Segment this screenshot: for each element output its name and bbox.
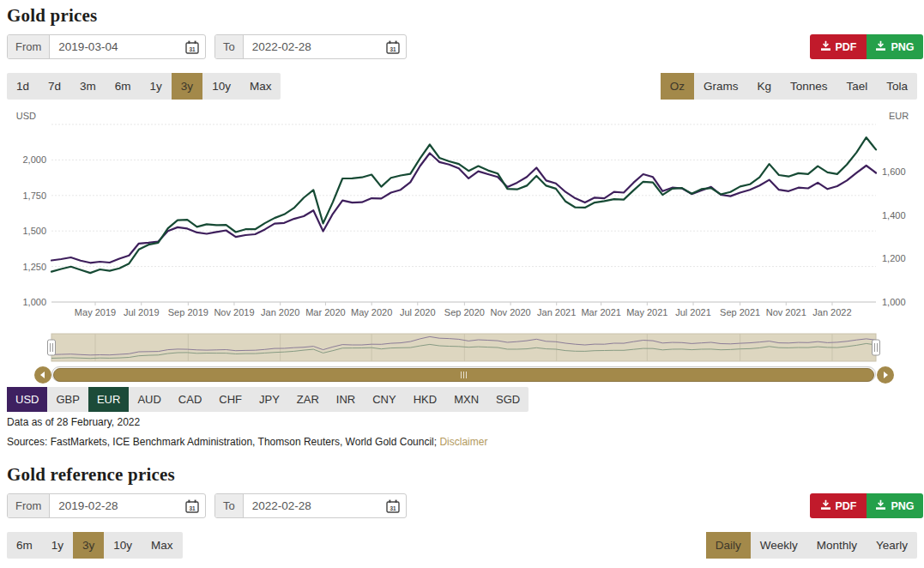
frequency-button-yearly[interactable]: Yearly — [867, 532, 917, 559]
currency-button-gbp[interactable]: GBP — [47, 387, 88, 412]
gold-price-chart: USDEUR2,0001,7501,5001,2501,0001,6001,40… — [0, 107, 924, 323]
frequency-selector: DailyWeeklyMonthlyYearly — [706, 532, 917, 559]
scrollbar-track[interactable] — [51, 366, 876, 382]
frequency-button-weekly[interactable]: Weekly — [751, 532, 807, 559]
from-label: From — [8, 35, 50, 58]
unit-button-grams[interactable]: Grams — [694, 73, 748, 100]
unit-button-oz[interactable]: Oz — [661, 73, 694, 100]
ref-png-download-button[interactable]: PNG — [867, 493, 923, 518]
section-title-gold-prices: Gold prices — [7, 5, 97, 27]
x-tick-label: Jul 2019 — [124, 307, 160, 317]
x-tick-label: May 2019 — [75, 307, 116, 317]
range-button-3y[interactable]: 3y — [172, 73, 202, 100]
calendar-icon[interactable]: 31 — [380, 494, 406, 517]
unit-button-kg[interactable]: Kg — [747, 73, 781, 100]
x-tick-label: Jan 2020 — [261, 307, 299, 317]
x-tick-label: Mar 2020 — [305, 307, 345, 317]
gold-prices-page: Gold prices From 31 To 31 PDF PNG 1d7d3m… — [0, 0, 924, 568]
currency-button-mxn[interactable]: MXN — [445, 387, 487, 412]
from-date-input[interactable] — [50, 35, 179, 58]
ref-from-date-input[interactable] — [50, 494, 179, 517]
ref-range-button-1y[interactable]: 1y — [42, 532, 73, 559]
frequency-button-monthly[interactable]: Monthly — [807, 532, 867, 559]
navigator-background[interactable] — [51, 334, 876, 361]
disclaimer-link[interactable]: Disclaimer — [439, 436, 487, 448]
range-button-1d[interactable]: 1d — [7, 73, 39, 100]
range-button-max[interactable]: Max — [240, 73, 281, 100]
range-button-6m[interactable]: 6m — [106, 73, 141, 100]
svg-text:31: 31 — [390, 505, 396, 511]
unit-button-tael[interactable]: Tael — [836, 73, 877, 100]
currency-button-cad[interactable]: CAD — [170, 387, 210, 412]
x-tick-label: Sep 2021 — [720, 307, 760, 317]
currency-button-hkd[interactable]: HKD — [405, 387, 445, 412]
png-download-button[interactable]: PNG — [867, 34, 923, 59]
to-date-input[interactable] — [244, 35, 380, 58]
x-tick-label: May 2021 — [626, 307, 667, 317]
unit-button-tola[interactable]: Tola — [877, 73, 917, 100]
currency-button-usd[interactable]: USD — [7, 387, 47, 412]
series-line-usd[interactable] — [51, 154, 876, 263]
currency-button-eur[interactable]: EUR — [88, 387, 129, 412]
to-label: To — [215, 494, 244, 517]
frequency-button-daily[interactable]: Daily — [706, 532, 751, 559]
series-line-eur[interactable] — [51, 137, 876, 273]
eur-tick-label: 1,400 — [882, 210, 906, 221]
ref-to-date-input[interactable] — [244, 494, 380, 517]
left-triangle-icon — [40, 372, 45, 378]
to-label: To — [215, 35, 244, 58]
range-button-10y[interactable]: 10y — [202, 73, 240, 100]
ref-range-button-3y[interactable]: 3y — [73, 532, 104, 559]
x-tick-label: Jan 2021 — [537, 307, 576, 317]
currency-button-chf[interactable]: CHF — [210, 387, 251, 412]
from-date-group: From 31 — [7, 34, 206, 59]
currency-button-sgd[interactable]: SGD — [487, 387, 528, 412]
to-date-group: To 31 — [214, 34, 407, 59]
calendar-icon[interactable]: 31 — [380, 35, 406, 58]
eur-tick-label: 1,200 — [882, 253, 906, 263]
section-title-gold-reference-prices: Gold reference prices — [7, 464, 175, 486]
chart-navigator[interactable] — [0, 331, 924, 366]
scrollbar-left-arrow[interactable] — [34, 366, 51, 384]
download-icon — [875, 40, 886, 54]
svg-text:31: 31 — [390, 45, 396, 51]
range-button-7d[interactable]: 7d — [39, 73, 70, 100]
unit-selector: OzGramsKgTonnesTaelTola — [661, 73, 917, 100]
x-tick-label: Nov 2020 — [491, 307, 531, 317]
x-tick-label: Jan 2022 — [812, 307, 851, 317]
ref-pdf-download-button[interactable]: PDF — [810, 493, 867, 518]
currency-selector: USDGBPEURAUDCADCHFJPYZARINRCNYHKDMXNSGD — [7, 387, 528, 412]
scrollbar-right-arrow[interactable] — [877, 366, 894, 384]
usd-tick-label: 1,500 — [22, 226, 46, 236]
x-tick-label: Nov 2021 — [766, 307, 806, 317]
ref-range-button-max[interactable]: Max — [142, 532, 183, 559]
eur-axis-title: EUR — [889, 111, 909, 121]
scrollbar-thumb[interactable] — [53, 368, 874, 382]
pdf-download-button[interactable]: PDF — [810, 34, 867, 59]
navigator-right-handle[interactable] — [873, 340, 880, 355]
unit-button-tonnes[interactable]: Tonnes — [781, 73, 837, 100]
range-button-3m[interactable]: 3m — [70, 73, 106, 100]
calendar-icon[interactable]: 31 — [179, 35, 205, 58]
eur-tick-label: 1,600 — [882, 166, 906, 177]
ref-range-button-6m[interactable]: 6m — [7, 532, 42, 559]
svg-text:31: 31 — [189, 45, 196, 51]
x-tick-label: Jul 2021 — [675, 307, 711, 317]
from-label: From — [8, 494, 50, 517]
navigator-left-handle[interactable] — [48, 340, 56, 355]
currency-button-inr[interactable]: INR — [328, 387, 364, 412]
currency-button-aud[interactable]: AUD — [129, 387, 169, 412]
currency-button-cny[interactable]: CNY — [364, 387, 404, 412]
range-button-1y[interactable]: 1y — [141, 73, 172, 100]
svg-text:31: 31 — [189, 505, 196, 511]
grip-icon — [463, 372, 464, 378]
usd-tick-label: 1,000 — [22, 297, 46, 307]
x-tick-label: Mar 2021 — [581, 307, 620, 317]
currency-button-jpy[interactable]: JPY — [251, 387, 288, 412]
usd-tick-label: 1,750 — [22, 190, 46, 201]
ref-range-button-10y[interactable]: 10y — [104, 532, 142, 559]
currency-button-zar[interactable]: ZAR — [288, 387, 328, 412]
calendar-icon[interactable]: 31 — [179, 494, 205, 517]
ref-to-date-group: To 31 — [214, 493, 407, 518]
usd-tick-label: 1,250 — [22, 262, 46, 272]
